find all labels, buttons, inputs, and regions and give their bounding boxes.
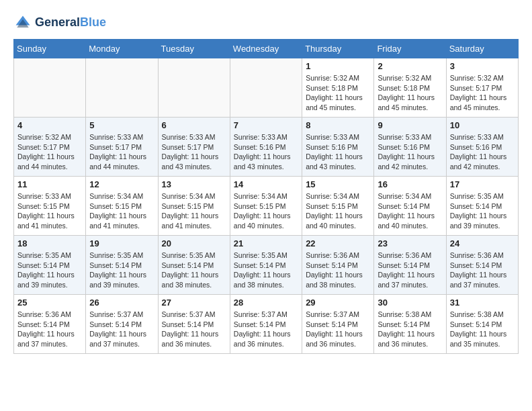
calendar-cell: 31Sunrise: 5:38 AMSunset: 5:14 PMDayligh…: [446, 295, 518, 354]
day-info: Sunrise: 5:35 AMSunset: 5:14 PMDaylight:…: [89, 250, 154, 290]
day-info: Sunrise: 5:36 AMSunset: 5:14 PMDaylight:…: [450, 250, 515, 290]
weekday-header: Tuesday: [158, 40, 230, 58]
day-number: 3: [450, 61, 515, 71]
weekday-header: Wednesday: [230, 40, 302, 58]
day-info: Sunrise: 5:34 AMSunset: 5:15 PMDaylight:…: [89, 191, 154, 231]
calendar-cell: 20Sunrise: 5:35 AMSunset: 5:14 PMDayligh…: [158, 236, 230, 295]
day-number: 6: [162, 120, 226, 130]
calendar-cell: 14Sunrise: 5:34 AMSunset: 5:15 PMDayligh…: [230, 177, 302, 236]
day-number: 29: [306, 298, 370, 308]
calendar-week-row: 11Sunrise: 5:33 AMSunset: 5:15 PMDayligh…: [14, 177, 519, 236]
calendar-cell: 23Sunrise: 5:36 AMSunset: 5:14 PMDayligh…: [374, 236, 446, 295]
day-info: Sunrise: 5:36 AMSunset: 5:14 PMDaylight:…: [306, 250, 370, 290]
weekday-header: Thursday: [302, 40, 374, 58]
day-info: Sunrise: 5:32 AMSunset: 5:17 PMDaylight:…: [17, 132, 82, 172]
calendar-cell: 19Sunrise: 5:35 AMSunset: 5:14 PMDayligh…: [86, 236, 158, 295]
day-number: 30: [378, 298, 442, 308]
calendar-cell: 18Sunrise: 5:35 AMSunset: 5:14 PMDayligh…: [14, 236, 86, 295]
day-number: 13: [162, 179, 226, 189]
day-info: Sunrise: 5:34 AMSunset: 5:15 PMDaylight:…: [306, 191, 370, 231]
calendar-cell: 5Sunrise: 5:33 AMSunset: 5:17 PMDaylight…: [86, 118, 158, 177]
day-number: 12: [89, 179, 154, 189]
day-info: Sunrise: 5:37 AMSunset: 5:14 PMDaylight:…: [234, 310, 298, 349]
day-info: Sunrise: 5:36 AMSunset: 5:14 PMDaylight:…: [17, 310, 82, 349]
calendar-cell: 21Sunrise: 5:35 AMSunset: 5:14 PMDayligh…: [230, 236, 302, 295]
calendar-cell: 30Sunrise: 5:38 AMSunset: 5:14 PMDayligh…: [374, 295, 446, 354]
day-number: 10: [450, 120, 515, 130]
calendar-cell: [230, 58, 302, 118]
calendar-cell: 17Sunrise: 5:35 AMSunset: 5:14 PMDayligh…: [446, 177, 518, 236]
calendar-header-row: SundayMondayTuesdayWednesdayThursdayFrid…: [14, 40, 519, 58]
day-info: Sunrise: 5:37 AMSunset: 5:14 PMDaylight:…: [162, 310, 226, 349]
day-number: 16: [378, 179, 442, 189]
day-number: 4: [17, 120, 82, 130]
calendar-cell: 27Sunrise: 5:37 AMSunset: 5:14 PMDayligh…: [158, 295, 230, 354]
logo-text: GeneralBlue: [35, 16, 106, 30]
calendar-cell: 29Sunrise: 5:37 AMSunset: 5:14 PMDayligh…: [302, 295, 374, 354]
calendar-week-row: 4Sunrise: 5:32 AMSunset: 5:17 PMDaylight…: [14, 118, 519, 177]
weekday-header: Saturday: [446, 40, 518, 58]
day-number: 21: [234, 238, 298, 248]
weekday-header: Monday: [86, 40, 158, 58]
day-number: 2: [378, 61, 442, 71]
day-info: Sunrise: 5:35 AMSunset: 5:14 PMDaylight:…: [450, 191, 515, 231]
calendar-cell: 12Sunrise: 5:34 AMSunset: 5:15 PMDayligh…: [86, 177, 158, 236]
calendar-week-row: 25Sunrise: 5:36 AMSunset: 5:14 PMDayligh…: [14, 295, 519, 354]
day-info: Sunrise: 5:35 AMSunset: 5:14 PMDaylight:…: [162, 250, 226, 290]
day-number: 1: [306, 61, 370, 71]
day-number: 25: [17, 298, 82, 308]
day-info: Sunrise: 5:33 AMSunset: 5:16 PMDaylight:…: [450, 132, 515, 172]
day-info: Sunrise: 5:37 AMSunset: 5:14 PMDaylight:…: [89, 310, 154, 349]
day-info: Sunrise: 5:35 AMSunset: 5:14 PMDaylight:…: [234, 250, 298, 290]
day-number: 5: [89, 120, 154, 130]
day-number: 22: [306, 238, 370, 248]
calendar-cell: 24Sunrise: 5:36 AMSunset: 5:14 PMDayligh…: [446, 236, 518, 295]
day-number: 19: [89, 238, 154, 248]
day-number: 20: [162, 238, 226, 248]
day-info: Sunrise: 5:32 AMSunset: 5:18 PMDaylight:…: [306, 73, 370, 113]
calendar-cell: 13Sunrise: 5:34 AMSunset: 5:15 PMDayligh…: [158, 177, 230, 236]
calendar: SundayMondayTuesdayWednesdayThursdayFrid…: [13, 39, 519, 354]
day-number: 18: [17, 238, 82, 248]
day-number: 17: [450, 179, 515, 189]
logo-icon: [13, 13, 32, 32]
calendar-cell: 1Sunrise: 5:32 AMSunset: 5:18 PMDaylight…: [302, 58, 374, 118]
day-number: 28: [234, 298, 298, 308]
calendar-cell: 6Sunrise: 5:33 AMSunset: 5:17 PMDaylight…: [158, 118, 230, 177]
calendar-cell: 16Sunrise: 5:34 AMSunset: 5:14 PMDayligh…: [374, 177, 446, 236]
day-number: 11: [17, 179, 82, 189]
day-info: Sunrise: 5:34 AMSunset: 5:15 PMDaylight:…: [234, 191, 298, 231]
day-info: Sunrise: 5:34 AMSunset: 5:14 PMDaylight:…: [378, 191, 442, 231]
day-number: 24: [450, 238, 515, 248]
day-number: 23: [378, 238, 442, 248]
calendar-cell: 26Sunrise: 5:37 AMSunset: 5:14 PMDayligh…: [86, 295, 158, 354]
calendar-cell: 15Sunrise: 5:34 AMSunset: 5:15 PMDayligh…: [302, 177, 374, 236]
day-info: Sunrise: 5:32 AMSunset: 5:17 PMDaylight:…: [450, 73, 515, 113]
day-number: 8: [306, 120, 370, 130]
calendar-cell: [14, 58, 86, 118]
day-info: Sunrise: 5:33 AMSunset: 5:16 PMDaylight:…: [378, 132, 442, 172]
day-info: Sunrise: 5:33 AMSunset: 5:16 PMDaylight:…: [234, 132, 298, 172]
calendar-week-row: 1Sunrise: 5:32 AMSunset: 5:18 PMDaylight…: [14, 58, 519, 118]
calendar-cell: 7Sunrise: 5:33 AMSunset: 5:16 PMDaylight…: [230, 118, 302, 177]
calendar-cell: 22Sunrise: 5:36 AMSunset: 5:14 PMDayligh…: [302, 236, 374, 295]
day-info: Sunrise: 5:33 AMSunset: 5:17 PMDaylight:…: [89, 132, 154, 172]
day-info: Sunrise: 5:33 AMSunset: 5:17 PMDaylight:…: [162, 132, 226, 172]
day-info: Sunrise: 5:38 AMSunset: 5:14 PMDaylight:…: [378, 310, 442, 349]
calendar-cell: 25Sunrise: 5:36 AMSunset: 5:14 PMDayligh…: [14, 295, 86, 354]
day-info: Sunrise: 5:36 AMSunset: 5:14 PMDaylight:…: [378, 250, 442, 290]
day-number: 14: [234, 179, 298, 189]
day-info: Sunrise: 5:38 AMSunset: 5:14 PMDaylight:…: [450, 310, 515, 349]
logo: GeneralBlue: [13, 13, 106, 32]
day-number: 26: [89, 298, 154, 308]
day-number: 9: [378, 120, 442, 130]
day-info: Sunrise: 5:33 AMSunset: 5:15 PMDaylight:…: [17, 191, 82, 231]
calendar-cell: 11Sunrise: 5:33 AMSunset: 5:15 PMDayligh…: [14, 177, 86, 236]
day-info: Sunrise: 5:34 AMSunset: 5:15 PMDaylight:…: [162, 191, 226, 231]
calendar-cell: 10Sunrise: 5:33 AMSunset: 5:16 PMDayligh…: [446, 118, 518, 177]
day-number: 27: [162, 298, 226, 308]
calendar-cell: 28Sunrise: 5:37 AMSunset: 5:14 PMDayligh…: [230, 295, 302, 354]
calendar-cell: [86, 58, 158, 118]
weekday-header: Sunday: [14, 40, 86, 58]
calendar-cell: 2Sunrise: 5:32 AMSunset: 5:18 PMDaylight…: [374, 58, 446, 118]
